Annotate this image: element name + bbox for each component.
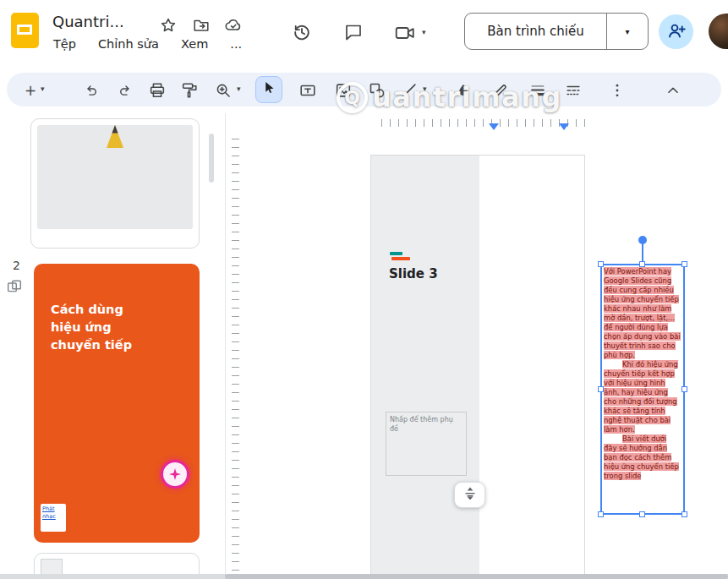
slides-logo-icon[interactable]	[11, 13, 40, 50]
horizontal-ruler	[381, 119, 588, 127]
person-add-icon	[666, 20, 687, 44]
menu-item-tep[interactable]: Tệp	[53, 37, 76, 51]
slide-1-thumbnail[interactable]	[30, 118, 200, 249]
slide-logo-bars	[390, 252, 410, 260]
subtitle-placeholder[interactable]: Nhấp để thêm phụ đề	[386, 412, 467, 476]
slide-2-number: 2	[13, 259, 20, 272]
slide-title-text[interactable]: Slide 3	[389, 266, 438, 281]
body-paragraph: Với PowerPoint hay Google Slides cũng đề…	[604, 267, 681, 360]
slide-3-thumbnail[interactable]	[34, 553, 200, 574]
zoom-icon[interactable]	[213, 80, 233, 101]
menu-item-overflow[interactable]: ...	[230, 37, 242, 51]
plus-dropdown-icon[interactable]: ▾	[41, 85, 45, 93]
main-area: 2 Cách dùng hiệu ứng chuyển tiếp Phát nh…	[0, 113, 728, 574]
rotate-handle[interactable]	[638, 236, 647, 244]
slide-right-panel: Với PowerPoint hay Google Slides cũng đề…	[479, 156, 584, 574]
transition-badge-icon	[161, 460, 189, 489]
print-icon[interactable]	[147, 80, 167, 101]
horizontal-scrollbar[interactable]	[225, 574, 728, 579]
text-box-content[interactable]: Với PowerPoint hay Google Slides cũng đề…	[602, 265, 683, 513]
transition-indicator-icon	[7, 279, 22, 294]
border-color-icon[interactable]	[490, 80, 511, 101]
slide-2-thumbnail[interactable]: Cách dùng hiệu ứng chuyển tiếp Phát nhạc	[34, 264, 200, 543]
undo-icon[interactable]	[81, 80, 101, 101]
text-box-icon[interactable]	[298, 80, 318, 101]
paint-format-icon[interactable]	[179, 80, 200, 101]
redo-icon[interactable]	[115, 80, 135, 101]
slide-page[interactable]: Slide 3 Nhấp để thêm phụ đề	[370, 155, 585, 574]
filmstrip-scrollbar[interactable]	[209, 134, 214, 183]
select-cursor-icon	[260, 79, 277, 100]
menu-item-xem[interactable]: Xem	[181, 37, 208, 51]
fill-color-icon[interactable]	[453, 80, 473, 101]
indent-marker[interactable]	[489, 123, 499, 130]
nav-toggle-icon	[463, 486, 478, 505]
google-slides-app: Quantri... Tệp Chỉnh sửa Xem ... ▾ Bàn t…	[0, 0, 728, 579]
history-icon[interactable]	[291, 21, 313, 43]
border-weight-icon[interactable]	[528, 80, 548, 101]
slide-1-graphic	[107, 125, 123, 151]
body-paragraph: Khi đó hiệu ứng chuyển tiếp kết hợp với …	[604, 360, 681, 434]
cloud-status-icon	[224, 16, 244, 36]
body-paragraph: Bài viết dưới đây sẽ hướng dẫn bạn đọc c…	[604, 434, 681, 481]
menubar: Tệp Chỉnh sửa Xem ...	[53, 37, 242, 51]
toolbar: + ▾ ▾	[7, 73, 721, 107]
comments-icon[interactable]	[343, 22, 365, 44]
slide-2-title-text: Cách dùng hiệu ứng chuyển tiếp	[51, 301, 139, 354]
meet-camera-icon[interactable]	[394, 22, 416, 44]
line-dropdown-icon[interactable]: ▾	[423, 85, 427, 93]
vertical-ruler	[232, 139, 239, 574]
meet-dropdown-icon[interactable]: ▾	[422, 29, 426, 36]
zoom-dropdown-icon[interactable]: ▾	[237, 85, 241, 93]
user-avatar[interactable]	[709, 14, 728, 49]
slide-2-note-link[interactable]: Phát nhạc	[41, 504, 66, 532]
document-title[interactable]: Quantri...	[52, 13, 124, 30]
selected-text-box[interactable]: Với PowerPoint hay Google Slides cũng đề…	[600, 264, 685, 515]
present-dropdown-icon[interactable]: ▾	[607, 27, 648, 36]
present-button-label: Bàn trình chiếu	[465, 24, 606, 39]
select-tool-button[interactable]	[255, 76, 282, 103]
insert-line-icon[interactable]	[399, 80, 419, 101]
move-folder-icon[interactable]	[192, 16, 212, 36]
slide-nav-toggle-button[interactable]	[454, 482, 485, 508]
insert-shape-icon[interactable]	[367, 80, 387, 101]
slide-filmstrip: 2 Cách dùng hiệu ứng chuyển tiếp Phát nh…	[0, 113, 225, 574]
insert-image-icon[interactable]	[333, 80, 353, 101]
horizontal-scrollbar-track	[0, 574, 728, 579]
indent-marker[interactable]	[559, 123, 569, 130]
slide-canvas: Slide 3 Nhấp để thêm phụ đề	[225, 113, 728, 574]
menu-item-chinh-sua[interactable]: Chỉnh sửa	[98, 37, 159, 51]
star-icon[interactable]	[159, 16, 179, 36]
collapse-icon[interactable]	[663, 80, 683, 101]
present-button[interactable]: Bàn trình chiếu ▾	[464, 13, 649, 50]
slide-3-placeholder-box	[41, 559, 63, 574]
plus-icon[interactable]: +	[20, 80, 41, 101]
slide-left-panel: Slide 3 Nhấp để thêm phụ đề	[371, 156, 479, 574]
header: Quantri... Tệp Chỉnh sửa Xem ... ▾ Bàn t…	[0, 0, 728, 71]
border-dash-icon[interactable]	[563, 80, 583, 101]
share-button[interactable]	[659, 14, 693, 49]
more-icon[interactable]	[607, 80, 627, 101]
